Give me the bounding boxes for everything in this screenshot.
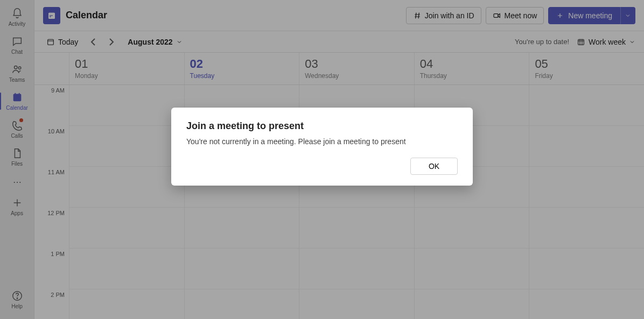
app-root: Activity Chat Teams Calendar Calls Files [0,0,644,319]
join-meeting-dialog: Join a meeting to present You're not cur… [171,108,473,186]
modal-overlay[interactable]: Join a meeting to present You're not cur… [0,0,644,319]
ok-button[interactable]: OK [410,158,458,175]
dialog-title: Join a meeting to present [186,120,458,132]
dialog-actions: OK [186,158,458,175]
dialog-body: You're not currently in a meeting. Pleas… [186,137,458,146]
